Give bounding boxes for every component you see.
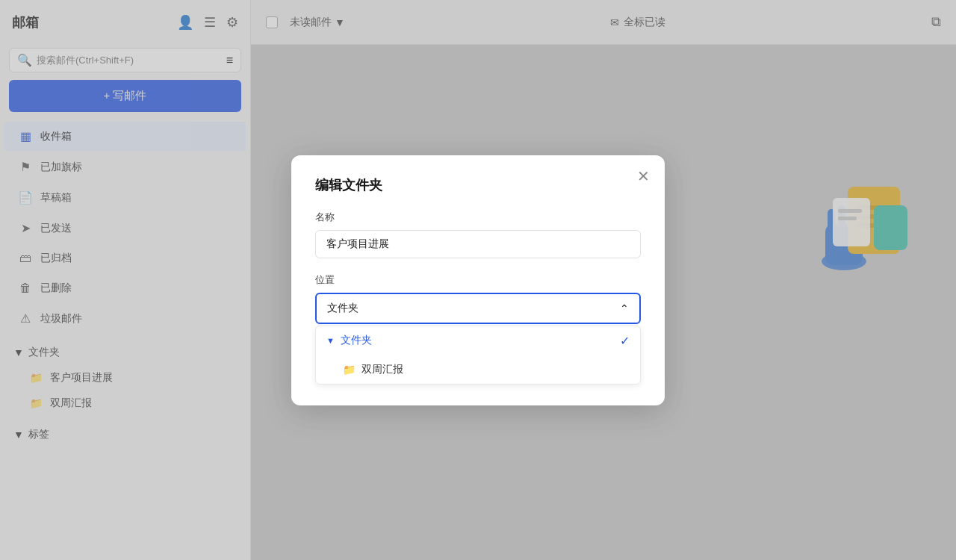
name-label: 名称 — [315, 211, 641, 224]
location-dropdown: ▼ 文件夹 ✓ 📁 双周汇报 — [315, 326, 641, 385]
selected-location-text: 文件夹 — [327, 302, 358, 315]
location-select[interactable]: 文件夹 ⌃ — [315, 293, 641, 324]
edit-folder-modal: ✕ 编辑文件夹 名称 位置 文件夹 ⌃ ▼ 文件夹 ✓ 📁 双周 — [291, 155, 665, 405]
location-label: 位置 — [315, 273, 641, 287]
sub-folder-icon: 📁 — [343, 364, 356, 376]
dropdown-folder-label: 文件夹 — [341, 334, 372, 347]
dropdown-item-folder[interactable]: ▼ 文件夹 ✓ — [316, 326, 640, 355]
dropdown-biweekly-label: 双周汇报 — [361, 363, 403, 376]
location-group: 位置 文件夹 ⌃ ▼ 文件夹 ✓ 📁 双周汇报 — [315, 273, 641, 385]
chevron-up-icon: ⌃ — [620, 302, 629, 314]
modal-close-button[interactable]: ✕ — [637, 169, 650, 184]
dropdown-triangle-icon: ▼ — [326, 336, 335, 345]
dropdown-check-icon: ✓ — [620, 334, 630, 348]
folder-name-input[interactable] — [315, 230, 641, 258]
dropdown-item-biweekly[interactable]: 📁 双周汇报 — [316, 355, 640, 384]
modal-title: 编辑文件夹 — [315, 176, 641, 194]
modal-overlay: ✕ 编辑文件夹 名称 位置 文件夹 ⌃ ▼ 文件夹 ✓ 📁 双周 — [0, 0, 956, 560]
